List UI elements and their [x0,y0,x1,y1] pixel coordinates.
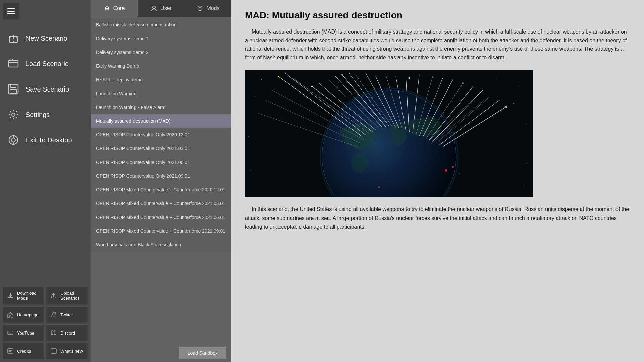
content-image [245,70,533,197]
tab-mods[interactable]: Mods [184,0,231,17]
homepage-button[interactable]: Homepage [3,306,45,323]
hamburger-icon [7,8,15,14]
load-scenario-button[interactable]: Load Scenario [0,51,91,76]
settings-button[interactable]: Settings [0,102,91,127]
scenario-item[interactable]: Mutually assured destruction (MAD) [91,114,231,128]
svg-point-26 [261,79,262,80]
discord-button[interactable]: Discord [46,324,88,341]
menu-toggle-button[interactable] [3,3,19,19]
svg-point-78 [459,173,460,174]
load-sandbox-area: Load Sandbox [91,344,231,362]
svg-point-75 [505,106,507,108]
whats-new-icon [50,347,58,355]
whats-new-button[interactable]: What's new [46,343,88,359]
tabs: Core User Mods [91,0,231,17]
svg-point-72 [341,74,343,75]
svg-point-28 [312,83,312,83]
scenario-item[interactable]: Launch on Warning - False Alarm [91,101,231,114]
content-intro-text: Mutually assured destruction (MAD) is a … [245,27,631,62]
scenario-item[interactable]: OPEN RISOP Mixed Countervalue + Counterf… [91,183,231,197]
bottom-buttons: Download Mods Upload Scenarios Homepage [0,284,91,362]
scenario-item[interactable]: OPEN RISOP Countervalue Only 2021.09.01 [91,169,231,183]
new-scenario-button[interactable]: New Scenario [0,25,91,51]
settings-icon [7,108,20,121]
tab-user[interactable]: User [138,0,184,17]
middle-panel: Core User Mods Ballistic missile defense… [91,0,231,362]
scenario-item[interactable]: Delivery systems demo 2 [91,46,231,59]
svg-point-24 [153,6,155,9]
mods-tab-icon [196,5,204,12]
twitter-button[interactable]: Twitter [46,306,88,323]
svg-point-29 [496,78,497,79]
tab-core[interactable]: Core [91,0,138,17]
scenario-item[interactable]: Early Warning Demo [91,59,231,73]
svg-point-23 [106,8,108,9]
save-scenario-icon [7,82,20,96]
svg-point-79 [378,186,380,188]
scenario-item[interactable]: HYSPLIT replay demo [91,73,231,87]
exit-desktop-icon [7,133,20,147]
svg-point-71 [311,86,313,87]
svg-point-37 [523,187,523,187]
download-mods-button[interactable]: Download Mods [3,286,45,305]
new-scenario-icon [7,32,20,45]
svg-point-73 [409,77,410,79]
nav-items: New Scenario Load Scenario Save Scen [0,22,91,284]
scenario-list: Ballistic missile defense demonstrationD… [91,17,231,344]
scenario-item[interactable]: OPEN RISOP Mixed Countervalue + Counterf… [91,197,231,210]
scenario-item[interactable]: OPEN RISOP Countervalue Only 2020.12.01 [91,128,231,142]
svg-point-14 [54,333,55,334]
svg-rect-15 [8,349,13,353]
load-scenario-icon [7,57,20,70]
svg-point-34 [248,137,249,137]
right-panel: MAD: Mutually assured destruction Mutual… [231,0,644,362]
svg-point-70 [278,76,279,77]
svg-point-32 [513,103,514,104]
svg-point-76 [445,169,447,172]
credits-button[interactable]: Credits [3,343,45,359]
scenario-item[interactable]: Launch on Warning [91,87,231,101]
download-icon [6,292,14,300]
load-sandbox-button[interactable]: Load Sandbox [179,347,226,359]
credits-icon [6,347,14,355]
scenario-item[interactable]: OPEN RISOP Countervalue Only 2021.03.01 [91,142,231,156]
user-tab-icon [150,5,158,12]
svg-rect-2 [9,60,18,67]
sidebar: New Scenario Load Scenario Save Scen [0,0,91,362]
upload-icon [50,292,58,300]
svg-rect-6 [11,84,16,88]
svg-point-74 [462,82,464,84]
svg-point-27 [285,75,285,75]
home-icon [6,311,14,319]
exit-desktop-button[interactable]: Exit To Desktop [0,127,91,153]
core-tab-icon [103,5,111,12]
scenario-item[interactable]: Ballistic missile defense demonstration [91,18,231,32]
svg-point-30 [520,86,520,87]
scenario-item[interactable]: World arsenals and Black Sea escalation [91,238,231,252]
svg-rect-7 [10,90,17,93]
svg-point-31 [255,97,255,97]
twitter-icon [50,311,58,319]
save-scenario-button[interactable]: Save Scenario [0,76,91,102]
svg-point-77 [452,166,454,168]
content-body-text: In this scenario, the United States is u… [245,205,631,231]
youtube-icon [6,329,14,337]
discord-icon [50,329,58,337]
upload-scenarios-button[interactable]: Upload Scenarios [46,286,88,305]
scenario-item[interactable]: OPEN RISOP Mixed Countervalue + Counterf… [91,224,231,238]
svg-point-35 [250,170,250,171]
scenario-item[interactable]: Delivery systems demo 1 [91,32,231,46]
svg-point-8 [12,113,15,116]
scenario-item[interactable]: OPEN RISOP Countervalue Only 2021.06.01 [91,156,231,169]
scenario-item[interactable]: OPEN RISOP Mixed Countervalue + Counterf… [91,210,231,224]
svg-rect-11 [8,297,13,298]
svg-point-13 [52,333,53,334]
youtube-button[interactable]: YouTube [3,324,45,341]
svg-point-36 [526,164,527,164]
content-title: MAD: Mutually assured destruction [245,10,631,21]
svg-point-10 [11,138,15,142]
svg-point-33 [526,123,527,124]
